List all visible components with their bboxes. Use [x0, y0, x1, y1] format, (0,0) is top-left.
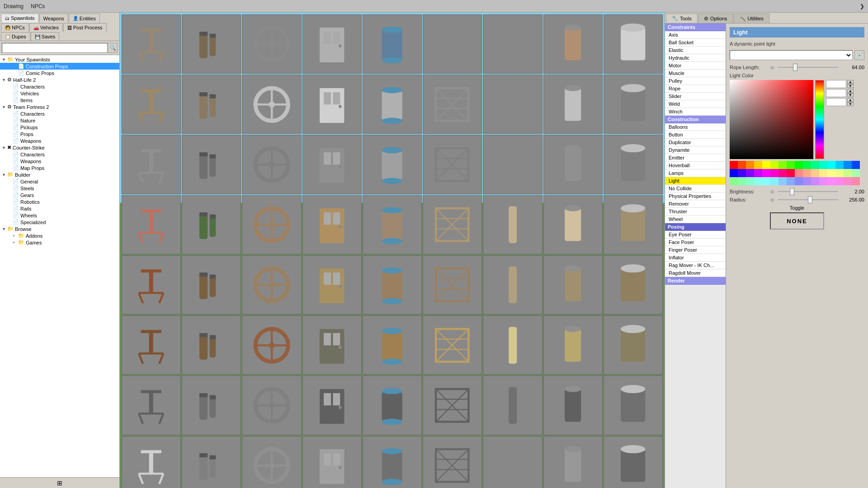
color-swatch[interactable] [803, 177, 811, 185]
constraint-item-eyeposer[interactable]: Eye Poser [665, 231, 726, 239]
sprite-cell[interactable] [302, 315, 362, 375]
sprite-cell[interactable] [543, 75, 603, 134]
color-swatch[interactable] [852, 177, 860, 185]
constraint-item-faceposer[interactable]: Face Poser [665, 239, 726, 246]
color-swatch[interactable] [754, 177, 762, 185]
tree-item-hl2-items[interactable]: 📄 Items [0, 97, 119, 103]
color-gradient[interactable] [730, 80, 813, 159]
color-b-down[interactable]: ▼ [847, 102, 854, 106]
color-r-up[interactable]: ▲ [847, 80, 854, 84]
search-button[interactable]: 🔍 [108, 43, 118, 53]
menu-npcs[interactable]: NPCs [31, 3, 45, 9]
color-swatch[interactable] [762, 177, 770, 185]
constraint-item-pulley[interactable]: Pulley [665, 77, 726, 85]
color-swatch[interactable] [827, 169, 835, 177]
color-hue-strip[interactable] [815, 80, 824, 159]
tree-item-builder-gears[interactable]: 📄 Gears [0, 192, 119, 198]
color-swatch[interactable] [770, 169, 778, 177]
tree-item-construction-props[interactable]: 📄 Construction Props [0, 63, 119, 70]
color-g-up[interactable]: ▲ [847, 89, 854, 93]
color-swatch[interactable] [827, 161, 835, 169]
color-swatch[interactable] [819, 161, 827, 169]
color-swatch[interactable] [811, 161, 819, 169]
constraint-item-remover[interactable]: Remover [665, 200, 726, 208]
sprite-cell[interactable] [302, 75, 362, 134]
sprite-cell[interactable] [122, 315, 181, 375]
tab-postprocess[interactable]: 🖼 Post Process [63, 23, 107, 32]
color-swatch[interactable] [844, 169, 852, 177]
color-swatch[interactable] [811, 177, 819, 185]
tree-item-hl2[interactable]: ▼ ⚙ Half-Life 2 [0, 76, 119, 83]
tree-item-builder-specialized[interactable]: 📄 Specialized [0, 219, 119, 225]
constraint-item-light[interactable]: Light [665, 177, 726, 185]
constraint-item-emitter[interactable]: Emitter [665, 154, 726, 162]
sprite-cell[interactable] [182, 135, 241, 194]
sprite-cell[interactable] [363, 315, 422, 375]
constraint-item-hydraulic[interactable]: Hydraulic [665, 54, 726, 62]
tab-tools[interactable]: 🔧 Tools [666, 14, 698, 23]
color-r-input[interactable]: 255 [826, 80, 846, 88]
entity-select[interactable] [730, 50, 853, 60]
color-swatch[interactable] [770, 177, 778, 185]
constraint-item-elastic[interactable]: Elastic [665, 47, 726, 54]
brightness-slider[interactable]: ⊙ 2.00 [770, 189, 864, 194]
tree-item-comic-props[interactable]: 📄 Comic Props [0, 70, 119, 76]
sprite-cell[interactable] [543, 436, 603, 488]
sprite-cell[interactable] [302, 14, 362, 74]
color-swatch[interactable] [778, 169, 787, 177]
color-g-down[interactable]: ▼ [847, 93, 854, 97]
sprite-cell[interactable] [423, 375, 482, 435]
constraint-item-inflator[interactable]: Inflator [665, 254, 726, 262]
sprite-cell[interactable] [423, 135, 482, 194]
constraint-item-rope[interactable]: Rope [665, 85, 726, 93]
color-swatch[interactable] [852, 161, 860, 169]
color-swatch[interactable] [738, 161, 746, 169]
search-input[interactable] [2, 43, 108, 53]
tree-item-builder[interactable]: ▼ 📁 Builder [0, 171, 119, 178]
constraint-item-ragmover[interactable]: Rag Mover - IK Ch... [665, 262, 726, 269]
sprite-cell[interactable] [363, 14, 422, 74]
sprite-cell[interactable] [363, 436, 422, 488]
sprite-cell[interactable] [122, 375, 181, 435]
sprite-cell[interactable] [543, 255, 603, 314]
constraint-item-wheel[interactable]: Wheel [665, 216, 726, 223]
sprite-cell[interactable] [182, 315, 241, 375]
menu-drawing[interactable]: Drawing [4, 3, 24, 9]
color-swatch[interactable] [787, 169, 795, 177]
color-swatch[interactable] [730, 177, 738, 185]
tree-item-tf2[interactable]: ▼ ⚙ Team Fortress 2 [0, 103, 119, 110]
color-swatch[interactable] [738, 177, 746, 185]
tab-spawnlists[interactable]: 🗂 Spawnlists [1, 14, 39, 23]
tree-item-hl2-vehicles[interactable]: 📄 Vehicles [0, 90, 119, 97]
sprite-grid-container[interactable] [120, 13, 665, 488]
color-swatch[interactable] [778, 161, 787, 169]
color-swatch[interactable] [746, 177, 754, 185]
none-button[interactable]: NONE [770, 212, 824, 230]
tree-item-builder-steels[interactable]: 📄 Steels [0, 185, 119, 192]
sprite-cell[interactable] [483, 315, 542, 375]
sprite-cell[interactable] [483, 14, 542, 74]
sprite-cell[interactable] [182, 255, 241, 314]
sprite-cell[interactable] [423, 315, 482, 375]
tree-item-builder-robotics[interactable]: 📄 Robotics [0, 198, 119, 205]
tree-item-cs-characters[interactable]: 📄 Characters [0, 151, 119, 158]
tree-item-hl2-characters[interactable]: 📄 Characters [0, 83, 119, 90]
tree-item-tf2-characters[interactable]: 📄 Characters [0, 110, 119, 117]
color-swatch[interactable] [835, 169, 844, 177]
color-swatch[interactable] [844, 177, 852, 185]
sprite-cell[interactable] [242, 75, 301, 134]
color-swatch[interactable] [762, 169, 770, 177]
constraint-item-muscle[interactable]: Muscle [665, 70, 726, 77]
tree-item-builder-wheels[interactable]: 📄 Wheels [0, 212, 119, 219]
tab-dupes[interactable]: 📋 Dupes [1, 32, 30, 41]
tree-item-tf2-props[interactable]: 📄 Props [0, 131, 119, 137]
sprite-cell[interactable] [483, 75, 542, 134]
constraint-item-lamps[interactable]: Lamps [665, 169, 726, 177]
sprite-cell[interactable] [122, 135, 181, 194]
color-swatch[interactable] [803, 161, 811, 169]
sprite-cell[interactable] [182, 14, 241, 74]
color-swatch[interactable] [819, 169, 827, 177]
color-swatch[interactable] [787, 161, 795, 169]
sprite-cell[interactable] [242, 375, 301, 435]
color-r-down[interactable]: ▼ [847, 84, 854, 88]
